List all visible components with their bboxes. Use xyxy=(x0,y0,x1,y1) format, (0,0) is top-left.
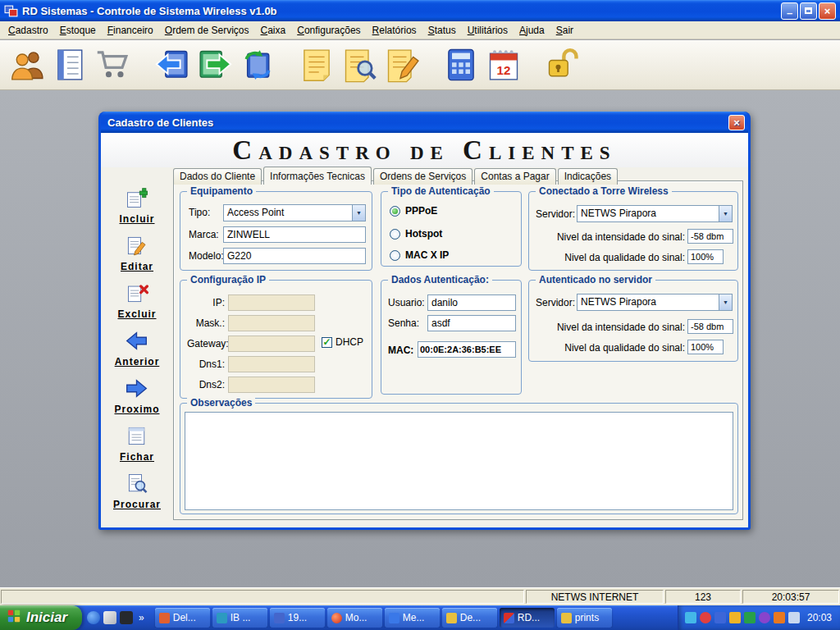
minimize-button[interactable]: – xyxy=(781,2,798,20)
next-book-icon[interactable] xyxy=(194,43,236,86)
senha-input[interactable] xyxy=(427,315,516,331)
tray-icon[interactable] xyxy=(729,612,741,623)
chevron-overflow-icon[interactable]: » xyxy=(136,612,147,623)
tray-icon[interactable] xyxy=(700,612,711,623)
tipo-combobox[interactable]: Access Point ▼ xyxy=(223,204,366,221)
servidor-auth-combobox[interactable]: NETWS Pirapora ▼ xyxy=(577,294,733,311)
qualidade-auth-field[interactable] xyxy=(687,340,724,354)
chevron-down-icon[interactable]: ▼ xyxy=(719,294,733,311)
clients-icon[interactable] xyxy=(7,43,49,86)
task-button-del[interactable]: Del... xyxy=(155,608,210,628)
calculator-icon[interactable] xyxy=(440,43,482,86)
quicklaunch-icon[interactable] xyxy=(120,611,133,624)
menu-item-ordem-de-servicos[interactable]: Ordem de Serviços xyxy=(159,22,255,39)
radio-mac-x-ip[interactable]: MAC X IP xyxy=(390,249,449,261)
radio-mac-x-ip-label: MAC X IP xyxy=(405,249,449,261)
tab-informacoes-tecnicas[interactable]: Informações Tecnicas xyxy=(263,167,372,185)
task-button-rd[interactable]: RD... xyxy=(500,608,555,628)
tray-icon[interactable] xyxy=(774,612,785,623)
proximo-button[interactable]: Proximo xyxy=(114,377,159,415)
group-observacoes: Observações xyxy=(180,403,738,514)
task-icon xyxy=(561,613,572,623)
menu-item-sair[interactable]: Sair xyxy=(550,22,579,39)
chevron-down-icon[interactable]: ▼ xyxy=(719,205,733,222)
tray-icon[interactable] xyxy=(744,612,756,623)
tray-icon[interactable] xyxy=(759,612,770,623)
marca-label: Marca: xyxy=(189,229,219,240)
menu-item-configuracoes[interactable]: Configurações xyxy=(291,22,366,39)
taskbar-clock: 20:03 xyxy=(807,612,832,623)
usuario-label: Usuario: xyxy=(388,297,425,308)
lock-icon[interactable] xyxy=(541,43,584,86)
search-icon xyxy=(126,472,148,498)
procurar-button[interactable]: Procurar xyxy=(113,472,161,510)
toolbar-separator xyxy=(135,40,151,89)
menu-item-cadastro[interactable]: Cadastro xyxy=(2,22,54,39)
gateway-label: Gateway: xyxy=(187,338,225,349)
calendar-icon[interactable]: 12 xyxy=(482,43,525,86)
toolbar-separator xyxy=(423,40,440,89)
modelo-input[interactable] xyxy=(223,248,366,264)
tab-indicacoes[interactable]: Indicações xyxy=(558,168,618,185)
dhcp-checkbox[interactable]: ✓ DHCP xyxy=(322,336,363,348)
page-title: Cadastro de Clientes xyxy=(232,135,616,166)
menu-item-status[interactable]: Status xyxy=(422,22,462,39)
edit-icon xyxy=(126,235,148,260)
anterior-button[interactable]: Anterior xyxy=(115,330,160,368)
intensidade-auth-field[interactable] xyxy=(687,319,733,334)
task-button-ib[interactable]: IB ... xyxy=(212,608,267,628)
qualidade-torre-label: Nivel da qualidade do sinal: xyxy=(536,252,685,263)
start-button[interactable]: Iniciar xyxy=(0,605,82,630)
radio-hotspot[interactable]: Hotspot xyxy=(390,228,442,240)
tab-dados-do-cliente[interactable]: Dados do Cliente xyxy=(173,168,262,185)
tray-icon[interactable] xyxy=(788,612,800,623)
cart-icon[interactable] xyxy=(92,43,135,86)
search-document-icon[interactable] xyxy=(338,43,381,86)
orders-list-icon[interactable] xyxy=(49,43,92,86)
menu-item-ajuda[interactable]: Ajuda xyxy=(514,22,550,39)
group-equipamento: Equipamento Tipo: Access Point ▼ Marca: … xyxy=(180,191,372,271)
edit-document-icon[interactable] xyxy=(381,43,423,86)
group-conectado-torre: Conectado a Torre Wireless Servidor: NET… xyxy=(528,191,738,271)
radio-icon xyxy=(390,229,400,240)
chevron-down-icon[interactable]: ▼ xyxy=(352,204,366,221)
refresh-book-icon[interactable] xyxy=(236,43,279,86)
maximize-button[interactable] xyxy=(800,2,817,20)
task-button-me[interactable]: Me... xyxy=(385,608,440,628)
servidor-torre-combobox[interactable]: NETWS Pirapora ▼ xyxy=(577,205,733,222)
toolbar-separator xyxy=(279,40,295,89)
marca-input[interactable] xyxy=(223,226,366,243)
task-button-de[interactable]: De... xyxy=(442,608,497,628)
task-button-prints[interactable]: prints xyxy=(557,608,612,628)
tray-icon[interactable] xyxy=(685,612,696,623)
fichar-button[interactable]: Fichar xyxy=(120,425,154,463)
menu-item-caixa[interactable]: Caixa xyxy=(255,22,292,39)
menu-item-financeiro[interactable]: Financeiro xyxy=(102,22,159,39)
menu-item-relatorios[interactable]: Relatórios xyxy=(367,22,422,39)
qualidade-torre-field[interactable] xyxy=(687,249,724,264)
menu-item-utilitarios[interactable]: Utilitários xyxy=(462,22,514,39)
servidor-torre-label: Servidor: xyxy=(536,208,575,220)
quicklaunch-icon[interactable] xyxy=(103,611,116,624)
dialog-close-button[interactable]: × xyxy=(728,115,745,130)
quicklaunch-browser-icon[interactable] xyxy=(87,611,100,624)
status-panel-empty xyxy=(1,590,524,604)
task-button-mo[interactable]: Mo... xyxy=(327,608,382,628)
tab-contas-a-pagar[interactable]: Contas a Pagar xyxy=(474,168,555,185)
usuario-input[interactable] xyxy=(427,294,516,311)
menu-item-estoque[interactable]: Estoque xyxy=(54,22,102,39)
incluir-button[interactable]: Incluir xyxy=(119,187,154,225)
radio-pppoe[interactable]: PPPoE xyxy=(390,205,437,217)
tab-ordens-de-servicos[interactable]: Ordens de Serviços xyxy=(373,168,472,185)
intensidade-torre-field[interactable] xyxy=(687,229,733,244)
notes-icon[interactable] xyxy=(295,43,338,86)
observacoes-textarea[interactable] xyxy=(185,412,733,510)
window-title: RD Sistemas - Controle de Sistema Wirele… xyxy=(22,5,779,17)
excluir-button[interactable]: Excluir xyxy=(117,282,156,320)
task-button-19[interactable]: 19... xyxy=(270,608,325,628)
tray-icon[interactable] xyxy=(714,612,726,623)
editar-button[interactable]: Editar xyxy=(121,235,153,272)
previous-book-icon[interactable] xyxy=(151,43,194,86)
close-button[interactable]: × xyxy=(819,2,836,20)
mac-input[interactable] xyxy=(418,341,516,358)
